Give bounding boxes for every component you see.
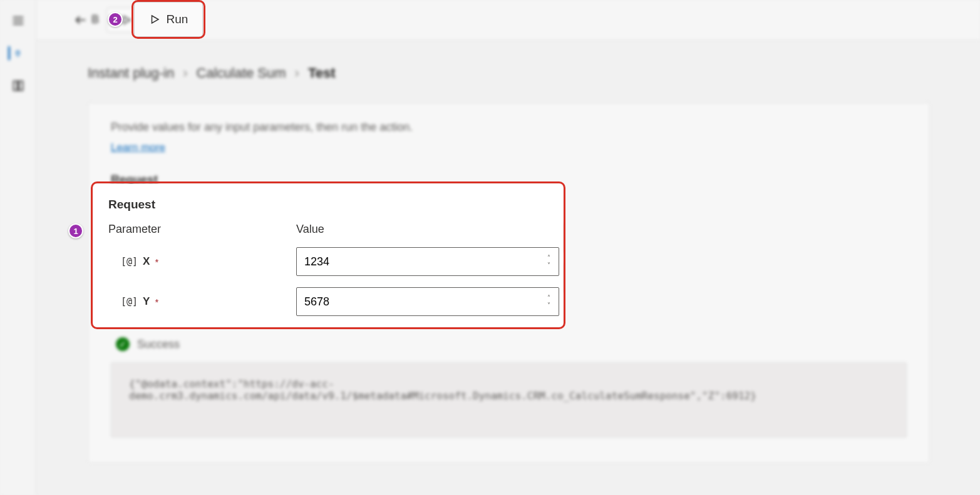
left-nav-rail — [0, 0, 36, 495]
breadcrumb: Instant plug-in › Calculate Sum › Test — [88, 65, 930, 81]
play-icon — [149, 14, 160, 25]
chevron-right-icon: › — [295, 65, 299, 81]
svg-marker-4 — [124, 16, 131, 24]
param-name-y: Y — [143, 295, 150, 308]
run-button-highlighted[interactable]: Run — [134, 2, 203, 37]
breadcrumb-current: Test — [308, 65, 336, 81]
required-star: * — [155, 257, 158, 267]
param-name-x: X — [143, 255, 150, 268]
arrow-left-icon — [74, 13, 88, 27]
plug-icon[interactable] — [8, 46, 22, 60]
param-input-y[interactable] — [296, 287, 559, 316]
chevron-down-icon: ˅ — [542, 303, 555, 308]
svg-marker-5 — [152, 16, 158, 23]
learn-more-link[interactable]: Learn more — [111, 141, 165, 153]
chevron-up-icon: ˄ — [542, 255, 555, 260]
back-button[interactable]: B — [74, 13, 99, 27]
param-row-y: [@] Y * — [108, 295, 284, 308]
param-input-x[interactable] — [296, 247, 559, 276]
at-icon: [@] — [121, 256, 138, 267]
response-body: {"@odata.context":"https://dv-acc-demo.c… — [111, 362, 907, 437]
callout-2: 2 — [108, 12, 123, 27]
back-label: B — [91, 13, 99, 26]
request-title: Request — [108, 198, 550, 212]
required-star: * — [155, 297, 158, 307]
col-value: Value — [296, 223, 559, 236]
at-icon: [@] — [121, 296, 138, 307]
book-icon[interactable] — [11, 79, 25, 93]
breadcrumb-item[interactable]: Instant plug-in — [88, 65, 174, 81]
chevron-up-icon: ˄ — [542, 295, 555, 300]
callout-1: 1 — [68, 223, 83, 238]
number-spinner[interactable]: ˄˅ — [542, 249, 555, 274]
col-parameter: Parameter — [108, 223, 284, 236]
breadcrumb-item[interactable]: Calculate Sum — [197, 65, 286, 81]
param-row-x: [@] X * — [108, 255, 284, 268]
chevron-down-icon: ˅ — [542, 263, 555, 268]
chevron-right-icon: › — [183, 65, 187, 81]
number-spinner[interactable]: ˄˅ — [542, 289, 555, 314]
main-content: Instant plug-in › Calculate Sum › Test P… — [38, 40, 980, 65]
request-section-highlighted: Request Parameter Value [@] X * ˄˅ [@] Y… — [93, 184, 563, 327]
status-row: ✓ Success — [116, 337, 907, 351]
checkmark-circle-icon: ✓ — [116, 337, 130, 351]
help-text: Provide values for any input parameters,… — [111, 121, 907, 134]
status-text: Success — [137, 338, 180, 351]
hamburger-icon[interactable] — [11, 14, 25, 28]
